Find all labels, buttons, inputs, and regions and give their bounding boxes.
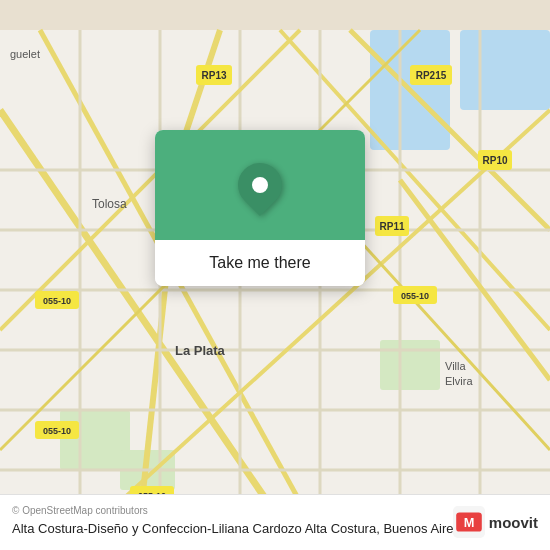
svg-text:055-10: 055-10 xyxy=(401,291,429,301)
moovit-logo: M moovit xyxy=(453,506,538,538)
svg-text:La Plata: La Plata xyxy=(175,343,226,358)
svg-text:Villa: Villa xyxy=(445,360,466,372)
svg-text:055-10: 055-10 xyxy=(43,296,71,306)
card-map-area xyxy=(155,130,365,240)
svg-rect-2 xyxy=(460,30,550,110)
svg-text:RP10: RP10 xyxy=(482,155,507,166)
action-card: Take me there xyxy=(155,130,365,286)
moovit-icon: M xyxy=(453,506,485,538)
map-container: RP13 RP215 RP10 RP11 055-10 055-10 055-1… xyxy=(0,0,550,550)
svg-rect-3 xyxy=(380,340,440,390)
pin-marker xyxy=(229,154,291,216)
pin-dot xyxy=(252,177,268,193)
svg-text:Tolosa: Tolosa xyxy=(92,197,127,211)
svg-text:RP11: RP11 xyxy=(379,221,404,232)
svg-text:RP215: RP215 xyxy=(416,70,447,81)
location-pin xyxy=(238,163,282,207)
moovit-text: moovit xyxy=(489,514,538,531)
svg-text:M: M xyxy=(463,515,474,530)
svg-text:Elvira: Elvira xyxy=(445,375,473,387)
take-me-there-button[interactable]: Take me there xyxy=(155,240,365,286)
svg-rect-4 xyxy=(60,410,130,470)
svg-text:guelet: guelet xyxy=(10,48,40,60)
svg-text:RP13: RP13 xyxy=(201,70,226,81)
bottom-bar: © OpenStreetMap contributors Alta Costur… xyxy=(0,494,550,550)
svg-text:055-10: 055-10 xyxy=(43,426,71,436)
